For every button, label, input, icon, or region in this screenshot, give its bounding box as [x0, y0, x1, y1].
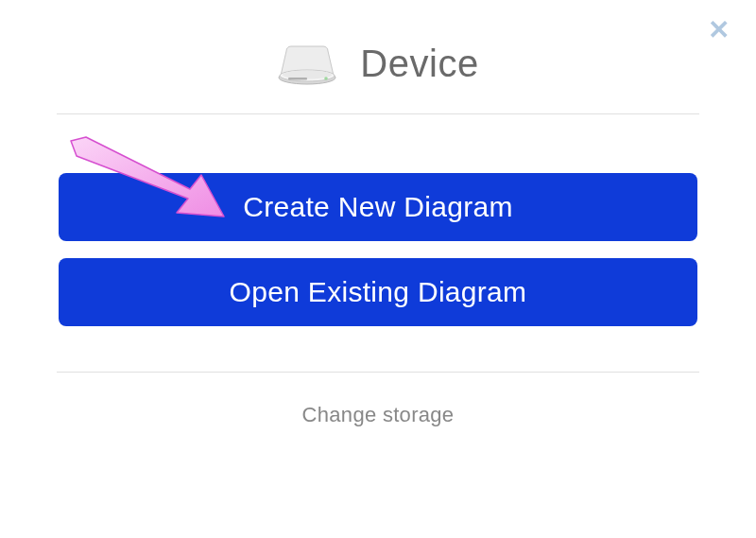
svg-point-4 — [325, 77, 329, 80]
open-button-label: Open Existing Diagram — [230, 276, 527, 308]
storage-dialog: ✕ Device Create New Diagram Open Existin… — [0, 0, 756, 538]
dialog-footer: Change storage — [0, 373, 756, 458]
close-icon: ✕ — [708, 15, 730, 44]
create-button-label: Create New Diagram — [243, 191, 513, 223]
dialog-title: Device — [360, 43, 478, 85]
open-existing-diagram-button[interactable]: Open Existing Diagram — [59, 258, 697, 326]
svg-rect-3 — [288, 78, 307, 80]
change-storage-link[interactable]: Change storage — [302, 403, 455, 427]
button-group: Create New Diagram Open Existing Diagram — [0, 114, 756, 372]
create-new-diagram-button[interactable]: Create New Diagram — [59, 173, 697, 241]
dialog-header: Device — [0, 0, 756, 113]
device-icon — [277, 43, 337, 85]
close-button[interactable]: ✕ — [707, 19, 730, 42]
